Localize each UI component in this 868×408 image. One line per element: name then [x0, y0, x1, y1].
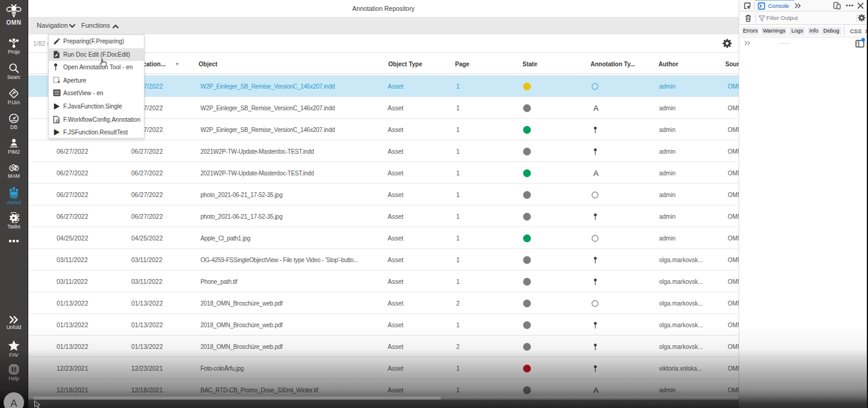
- svg-text:A: A: [10, 398, 17, 408]
- svg-text:H: H: [11, 366, 16, 373]
